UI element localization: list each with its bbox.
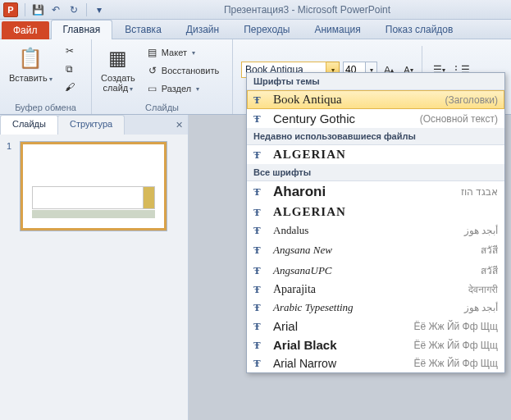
font-item-sample: สวัสี — [481, 242, 498, 258]
font-item-name: ALGERIAN — [273, 148, 491, 162]
tab-design[interactable]: Дизайн — [174, 20, 231, 39]
new-slide-button[interactable]: ▦ Создать слайд — [97, 43, 139, 97]
close-pane-button[interactable]: ✕ — [170, 115, 188, 135]
slide-thumbnail[interactable] — [20, 141, 167, 231]
truetype-icon: Ŧ — [253, 301, 267, 314]
font-item-name: Aparajita — [273, 283, 462, 296]
font-item-name: AngsanaUPC — [273, 264, 474, 277]
pane-tab-outline[interactable]: Структура — [57, 115, 125, 135]
font-item-sample: אבגד הוז — [461, 186, 498, 198]
font-item-sample: أبجد هوز — [464, 302, 498, 313]
font-item-name: Arabic Typesetting — [273, 301, 458, 314]
group-slides-label: Слайды — [97, 101, 227, 112]
qat-separator — [86, 3, 87, 16]
tab-slideshow[interactable]: Показ слайдов — [373, 20, 466, 39]
font-item-sample: (Заголовки) — [445, 94, 498, 106]
pane-tab-slides[interactable]: Слайды — [0, 115, 58, 135]
group-clipboard-label: Буфер обмена — [5, 101, 86, 112]
font-dropdown-panel: Шрифты темыŦBook Antiqua(Заголовки)ŦCent… — [246, 72, 505, 373]
truetype-icon: Ŧ — [253, 185, 267, 199]
undo-icon[interactable]: ↶ — [48, 2, 63, 17]
truetype-icon: Ŧ — [253, 339, 267, 352]
font-dropdown-item[interactable]: ŦAngsanaUPCสวัสี — [247, 260, 504, 281]
app-icon: P — [3, 2, 18, 17]
thumb-placeholder — [32, 186, 155, 209]
font-item-name: Century Gothic — [273, 112, 413, 126]
truetype-icon: Ŧ — [253, 283, 267, 296]
font-item-name: ALGERIAN — [273, 205, 491, 219]
cut-button[interactable]: ✂ — [60, 43, 80, 59]
quick-access-toolbar: 💾 ↶ ↻ ▾ — [23, 2, 107, 17]
ribbon-tabs: Файл Главная Вставка Дизайн Переходы Ани… — [0, 20, 511, 39]
redo-icon[interactable]: ↻ — [66, 2, 81, 17]
font-item-name: Arial — [273, 319, 407, 333]
layout-button[interactable]: ▤Макет — [143, 44, 223, 61]
title-bar: P 💾 ↶ ↻ ▾ Презентация3 - Microsoft Power… — [0, 0, 511, 20]
tab-file[interactable]: Файл — [2, 21, 49, 39]
truetype-icon: Ŧ — [253, 206, 267, 219]
tab-insert[interactable]: Вставка — [112, 20, 174, 39]
paste-button[interactable]: 📋 Вставить — [5, 43, 57, 87]
font-item-sample: (Основной текст) — [420, 113, 498, 125]
truetype-icon: Ŧ — [253, 320, 267, 333]
font-item-sample: Ёё Жж Йй Фф Щщ — [413, 358, 498, 369]
font-dropdown-item[interactable]: ŦCentury Gothic(Основной текст) — [247, 109, 504, 128]
qat-separator — [25, 3, 25, 16]
font-item-name: Angsana New — [273, 244, 474, 257]
font-item-name: Arial Black — [273, 338, 407, 352]
thumbnail-area: 1 — [0, 135, 188, 420]
tab-home[interactable]: Главная — [51, 20, 113, 39]
truetype-icon: Ŧ — [253, 264, 267, 277]
font-item-name: Andalus — [273, 224, 458, 237]
tab-animation[interactable]: Анимация — [302, 20, 372, 39]
font-item-name: Aharoni — [273, 184, 454, 200]
font-item-sample: देवनागरी — [468, 284, 498, 295]
section-label: Раздел — [162, 84, 191, 94]
truetype-icon: Ŧ — [253, 112, 267, 126]
copy-icon: ⧉ — [64, 63, 75, 75]
truetype-icon: Ŧ — [253, 244, 267, 257]
slide-number: 1 — [7, 141, 15, 231]
qat-customize-icon[interactable]: ▾ — [92, 2, 107, 17]
paste-icon: 📋 — [17, 45, 43, 71]
truetype-icon: Ŧ — [253, 357, 267, 370]
font-dropdown-item[interactable]: ŦArabic Typesettingأبجد هوز — [247, 299, 504, 317]
font-dropdown-item[interactable]: ŦArial NarrowЁё Жж Йй Фф Щщ — [247, 354, 504, 372]
window-title: Презентация3 - Microsoft PowerPoint — [107, 4, 508, 16]
chevron-down-icon — [128, 83, 133, 93]
font-dropdown-item[interactable]: ŦAharoniאבגד הוז — [247, 181, 504, 203]
brush-icon: 🖌 — [64, 81, 75, 93]
font-dropdown-item[interactable]: ŦALGERIAN — [247, 203, 504, 221]
font-item-name: Book Antiqua — [273, 93, 438, 107]
cut-icon: ✂ — [64, 45, 75, 57]
font-item-name: Arial Narrow — [273, 357, 407, 370]
font-dropdown-item[interactable]: ŦBook Antiqua(Заголовки) — [247, 90, 504, 109]
font-dropdown-item[interactable]: ŦAngsana Newสวัสี — [247, 240, 504, 260]
section-icon: ▭ — [147, 83, 158, 94]
slides-panel: Слайды Структура ✕ 1 — [0, 115, 189, 420]
font-dropdown-item[interactable]: ŦALGERIAN — [247, 145, 504, 164]
new-slide-icon: ▦ — [105, 45, 131, 71]
tab-transitions[interactable]: Переходы — [231, 20, 302, 39]
truetype-icon: Ŧ — [253, 224, 267, 237]
font-dropdown-header: Шрифты темы — [247, 73, 504, 90]
font-dropdown-item[interactable]: ŦArial BlackЁё Жж Йй Фф Щщ — [247, 336, 504, 354]
reset-label: Восстановить — [162, 66, 219, 75]
group-slides: ▦ Создать слайд ▤Макет ↺Восстановить ▭Ра… — [92, 39, 233, 114]
paste-label: Вставить — [9, 73, 48, 83]
copy-button[interactable]: ⧉ — [60, 61, 80, 77]
font-item-sample: สวัสี — [481, 262, 498, 278]
font-dropdown-item[interactable]: ŦAndalusأبجد هوز — [247, 221, 504, 240]
font-item-sample: Ёё Жж Йй Фф Щщ — [413, 340, 498, 351]
font-dropdown-item[interactable]: ŦAparajitaदेवनागरी — [247, 281, 504, 299]
truetype-icon: Ŧ — [253, 148, 267, 162]
section-button[interactable]: ▭Раздел — [143, 80, 223, 97]
font-item-sample: أبجد هوز — [464, 225, 498, 236]
group-clipboard: 📋 Вставить ✂ ⧉ 🖌 Буфер обмена — [0, 39, 92, 114]
format-painter-button[interactable]: 🖌 — [60, 79, 80, 95]
thumb-placeholder — [32, 210, 155, 218]
save-icon[interactable]: 💾 — [30, 2, 45, 17]
reset-button[interactable]: ↺Восстановить — [143, 62, 223, 79]
font-dropdown-item[interactable]: ŦArialЁё Жж Йй Фф Щщ — [247, 317, 504, 336]
font-dropdown-header: Недавно использовавшиеся файлы — [247, 128, 504, 145]
